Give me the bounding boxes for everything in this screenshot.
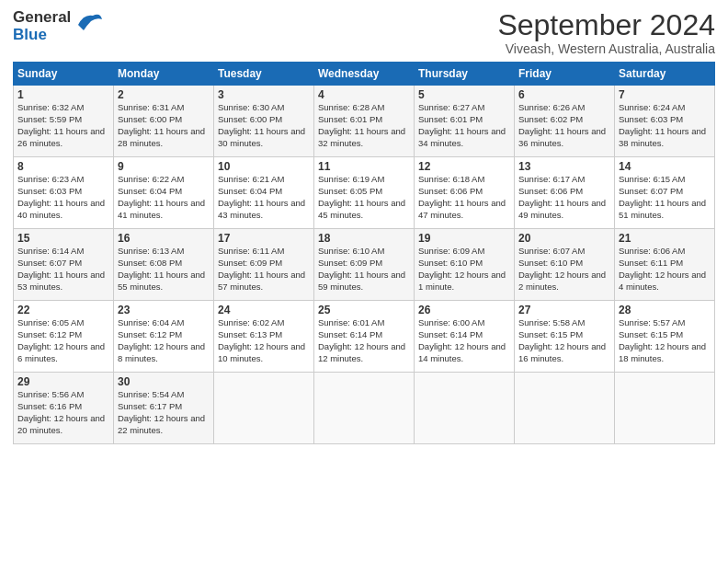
day-content: Sunrise: 6:27 AMSunset: 6:01 PMDaylight:… <box>418 102 510 149</box>
header-saturday: Saturday <box>615 63 715 86</box>
day-content: Sunrise: 6:13 AMSunset: 6:08 PMDaylight:… <box>118 246 210 293</box>
day-content: Sunrise: 6:23 AMSunset: 6:03 PMDaylight:… <box>17 174 109 221</box>
logo-bird-icon <box>74 6 104 42</box>
table-row: 20Sunrise: 6:07 AMSunset: 6:10 PMDayligh… <box>515 229 615 301</box>
day-content: Sunrise: 6:32 AMSunset: 5:59 PMDaylight:… <box>17 102 109 149</box>
day-content: Sunrise: 6:26 AMSunset: 6:02 PMDaylight:… <box>518 102 610 149</box>
table-row <box>615 373 715 444</box>
table-row: 24Sunrise: 6:02 AMSunset: 6:13 PMDayligh… <box>214 301 314 373</box>
day-number: 25 <box>318 304 410 316</box>
table-row: 29Sunrise: 5:56 AMSunset: 6:16 PMDayligh… <box>14 373 114 444</box>
table-row: 26Sunrise: 6:00 AMSunset: 6:14 PMDayligh… <box>415 301 515 373</box>
day-content: Sunrise: 6:01 AMSunset: 6:14 PMDaylight:… <box>318 317 410 364</box>
table-row: 9Sunrise: 6:22 AMSunset: 6:04 PMDaylight… <box>114 157 214 229</box>
day-number: 4 <box>318 88 410 101</box>
day-number: 28 <box>619 304 711 316</box>
day-content: Sunrise: 6:06 AMSunset: 6:11 PMDaylight:… <box>619 246 711 293</box>
day-content: Sunrise: 6:31 AMSunset: 6:00 PMDaylight:… <box>118 102 210 149</box>
table-row: 23Sunrise: 6:04 AMSunset: 6:12 PMDayligh… <box>114 301 214 373</box>
calendar-table: Sunday Monday Tuesday Wednesday Thursday… <box>13 62 715 444</box>
day-content: Sunrise: 5:54 AMSunset: 6:17 PMDaylight:… <box>118 389 210 436</box>
day-content: Sunrise: 6:24 AMSunset: 6:03 PMDaylight:… <box>619 102 711 149</box>
day-content: Sunrise: 6:09 AMSunset: 6:10 PMDaylight:… <box>418 246 510 293</box>
day-content: Sunrise: 6:22 AMSunset: 6:04 PMDaylight:… <box>118 174 210 221</box>
logo-text-blue: Blue <box>13 26 47 43</box>
logo-text-general: General <box>13 8 71 26</box>
logo: General Blue <box>13 9 104 43</box>
day-number: 29 <box>17 375 109 388</box>
day-content: Sunrise: 5:58 AMSunset: 6:15 PMDaylight:… <box>518 317 610 364</box>
day-content: Sunrise: 6:17 AMSunset: 6:06 PMDaylight:… <box>518 174 610 221</box>
day-content: Sunrise: 6:18 AMSunset: 6:06 PMDaylight:… <box>418 174 510 221</box>
header-monday: Monday <box>114 63 214 86</box>
day-content: Sunrise: 6:00 AMSunset: 6:14 PMDaylight:… <box>418 317 510 364</box>
header-sunday: Sunday <box>14 63 114 86</box>
day-number: 21 <box>619 232 711 245</box>
calendar-header: Sunday Monday Tuesday Wednesday Thursday… <box>14 63 715 86</box>
day-number: 9 <box>118 160 210 173</box>
table-row: 3Sunrise: 6:30 AMSunset: 6:00 PMDaylight… <box>214 86 314 157</box>
table-row: 16Sunrise: 6:13 AMSunset: 6:08 PMDayligh… <box>114 229 214 301</box>
table-row: 13Sunrise: 6:17 AMSunset: 6:06 PMDayligh… <box>515 157 615 229</box>
day-number: 2 <box>118 88 210 101</box>
day-content: Sunrise: 6:30 AMSunset: 6:00 PMDaylight:… <box>218 102 310 149</box>
table-row <box>515 373 615 444</box>
calendar-title: September 2024 <box>497 9 715 41</box>
table-row: 7Sunrise: 6:24 AMSunset: 6:03 PMDaylight… <box>615 86 715 157</box>
day-number: 15 <box>17 232 109 245</box>
day-number: 7 <box>619 88 711 101</box>
day-content: Sunrise: 6:14 AMSunset: 6:07 PMDaylight:… <box>17 246 109 293</box>
table-row <box>415 373 515 444</box>
table-row: 4Sunrise: 6:28 AMSunset: 6:01 PMDaylight… <box>314 86 415 157</box>
table-row: 11Sunrise: 6:19 AMSunset: 6:05 PMDayligh… <box>314 157 415 229</box>
day-number: 5 <box>418 88 510 101</box>
title-block: September 2024 Viveash, Western Australi… <box>497 9 715 56</box>
day-number: 17 <box>218 232 310 245</box>
table-row: 5Sunrise: 6:27 AMSunset: 6:01 PMDaylight… <box>415 86 515 157</box>
table-row: 18Sunrise: 6:10 AMSunset: 6:09 PMDayligh… <box>314 229 415 301</box>
day-content: Sunrise: 6:10 AMSunset: 6:09 PMDaylight:… <box>318 246 410 293</box>
day-number: 22 <box>17 304 109 316</box>
table-row <box>214 373 314 444</box>
day-content: Sunrise: 6:19 AMSunset: 6:05 PMDaylight:… <box>318 174 410 221</box>
day-number: 10 <box>218 160 310 173</box>
day-content: Sunrise: 5:56 AMSunset: 6:16 PMDaylight:… <box>17 389 109 436</box>
day-number: 30 <box>118 375 210 388</box>
table-row: 6Sunrise: 6:26 AMSunset: 6:02 PMDaylight… <box>515 86 615 157</box>
day-number: 18 <box>318 232 410 245</box>
day-number: 23 <box>118 304 210 316</box>
table-row: 25Sunrise: 6:01 AMSunset: 6:14 PMDayligh… <box>314 301 415 373</box>
day-number: 20 <box>518 232 610 245</box>
day-number: 11 <box>318 160 410 173</box>
day-content: Sunrise: 5:57 AMSunset: 6:15 PMDaylight:… <box>619 317 711 364</box>
day-number: 13 <box>518 160 610 173</box>
calendar-subtitle: Viveash, Western Australia, Australia <box>497 41 715 56</box>
day-content: Sunrise: 6:02 AMSunset: 6:13 PMDaylight:… <box>218 317 310 364</box>
day-content: Sunrise: 6:21 AMSunset: 6:04 PMDaylight:… <box>218 174 310 221</box>
page: General Blue September 2024 Viveash, Wes… <box>0 0 728 563</box>
table-row <box>314 373 415 444</box>
day-number: 27 <box>518 304 610 316</box>
day-number: 16 <box>118 232 210 245</box>
day-content: Sunrise: 6:07 AMSunset: 6:10 PMDaylight:… <box>518 246 610 293</box>
day-number: 6 <box>518 88 610 101</box>
table-row: 19Sunrise: 6:09 AMSunset: 6:10 PMDayligh… <box>415 229 515 301</box>
table-row: 27Sunrise: 5:58 AMSunset: 6:15 PMDayligh… <box>515 301 615 373</box>
day-number: 14 <box>619 160 711 173</box>
day-number: 8 <box>17 160 109 173</box>
table-row: 8Sunrise: 6:23 AMSunset: 6:03 PMDaylight… <box>14 157 114 229</box>
table-row: 15Sunrise: 6:14 AMSunset: 6:07 PMDayligh… <box>14 229 114 301</box>
table-row: 10Sunrise: 6:21 AMSunset: 6:04 PMDayligh… <box>214 157 314 229</box>
header-friday: Friday <box>515 63 615 86</box>
header-thursday: Thursday <box>415 63 515 86</box>
table-row: 30Sunrise: 5:54 AMSunset: 6:17 PMDayligh… <box>114 373 214 444</box>
table-row: 17Sunrise: 6:11 AMSunset: 6:09 PMDayligh… <box>214 229 314 301</box>
header: General Blue September 2024 Viveash, Wes… <box>13 9 715 56</box>
table-row: 1Sunrise: 6:32 AMSunset: 5:59 PMDaylight… <box>14 86 114 157</box>
day-number: 24 <box>218 304 310 316</box>
table-row: 28Sunrise: 5:57 AMSunset: 6:15 PMDayligh… <box>615 301 715 373</box>
day-number: 1 <box>17 88 109 101</box>
header-wednesday: Wednesday <box>314 63 415 86</box>
day-content: Sunrise: 6:28 AMSunset: 6:01 PMDaylight:… <box>318 102 410 149</box>
day-content: Sunrise: 6:05 AMSunset: 6:12 PMDaylight:… <box>17 317 109 364</box>
